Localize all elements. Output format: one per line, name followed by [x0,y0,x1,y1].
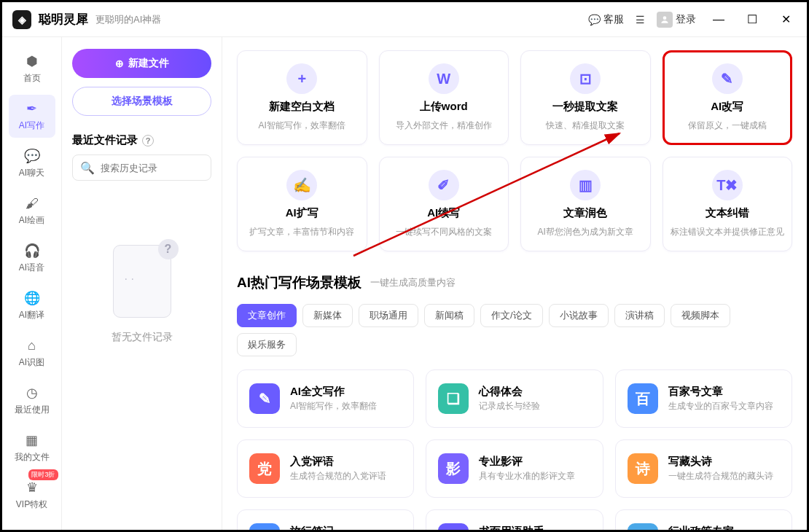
minimize-button[interactable]: — [708,9,730,31]
template-icon: ✈ [249,523,280,530]
feature-title: 新建空白文档 [269,100,335,114]
template-tab-6[interactable]: 演讲稿 [614,304,665,327]
menu-button[interactable]: ☰ [636,14,645,26]
feature-icon: ▥ [570,170,601,200]
feature-title: 文本纠错 [706,206,749,220]
templates-section-title: AI热门写作场景模板 一键生成高质量内容 [237,273,792,292]
clock-icon: ◷ [24,385,40,401]
template-tab-7[interactable]: 视频脚本 [671,304,730,327]
template-icon: ☑ [628,523,658,530]
template-item-5[interactable]: 诗写藏头诗一键生成符合规范的藏头诗 [615,439,792,498]
feature-icon: ✐ [429,170,459,200]
sidebar-item-6[interactable]: ⌂AI识图 [9,332,55,375]
svg-point-0 [663,16,667,20]
feature-card-0[interactable]: +新建空白文档AI智能写作，效率翻倍 [237,50,367,145]
feature-card-3[interactable]: ✎AI改写保留原义，一键成稿 [663,50,793,145]
template-tab-4[interactable]: 作文/论文 [480,304,543,327]
sidebar-item-label: 最近使用 [15,404,50,416]
template-title: 心得体会 [479,385,540,399]
sidebar-item-2[interactable]: 💬AI聊天 [9,142,55,185]
sidebar-item-3[interactable]: 🖌AI绘画 [9,189,55,232]
template-item-3[interactable]: 党入党评语生成符合规范的入党评语 [237,439,414,498]
feature-sub: 保留原义，一键成稿 [681,120,774,132]
sidebar-item-label: AI语音 [19,262,44,274]
translate-icon: 🌐 [24,290,40,306]
template-icon: 书 [438,523,469,530]
template-item-8[interactable]: ☑行业政策专家根据行业名称提供政策框架 [615,509,792,530]
maximize-button[interactable]: ☐ [741,9,763,31]
vip-badge: 限时3折 [28,469,58,480]
feature-card-5[interactable]: ✐AI续写一键续写不同风格的文案 [379,157,509,251]
feature-grid: +新建空白文档AI智能写作，效率翻倍W上传word导入外部文件，精准创作⊡一秒提… [237,50,792,251]
sidebar-item-label: VIP特权 [16,498,47,511]
template-icon: 诗 [628,453,658,484]
login-button[interactable]: 登录 [657,12,696,28]
template-icon: 影 [438,453,469,484]
template-title: 书面用语助手 [479,525,558,530]
template-item-4[interactable]: 影专业影评具有专业水准的影评文章 [426,439,603,498]
feature-sub: 一键续写不同风格的文案 [388,226,499,238]
feature-card-4[interactable]: ✍AI扩写扩写文章，丰富情节和内容 [237,157,367,251]
template-item-2[interactable]: 百百家号文章生成专业的百家号文章内容 [615,369,792,428]
sidebar-item-label: 首页 [23,72,41,85]
template-sub: 具有专业水准的影评文章 [479,470,575,482]
template-tab-2[interactable]: 职场通用 [359,304,418,327]
sidebar-item-4[interactable]: 🎧AI语音 [9,237,55,280]
titlebar: ◈ 聪明灵犀 更聪明的AI神器 💬 客服 ☰ 登录 — ☐ ✕ [2,2,807,37]
sidebar-item-1[interactable]: ✒AI写作 [9,95,55,138]
close-button[interactable]: ✕ [775,9,797,31]
feature-title: AI续写 [427,206,460,220]
template-sub: 生成专业的百家号文章内容 [668,400,773,412]
template-item-0[interactable]: ✎AI全文写作AI智能写作，效率翻倍 [237,369,414,428]
template-item-7[interactable]: 书书面用语助手高效智能写作好帮手 [426,509,603,530]
template-tab-0[interactable]: 文章创作 [237,304,297,327]
feature-title: 上传word [420,100,468,114]
feature-sub: 导入外部文件，精准创作 [388,120,499,132]
template-tab-3[interactable]: 新闻稿 [424,304,474,327]
plus-circle-icon: ⊕ [115,58,124,69]
feature-sub: 快速、精准提取文案 [539,120,632,132]
template-tab-8[interactable]: 娱乐服务 [237,333,297,356]
new-file-button[interactable]: ⊕ 新建文件 [72,49,211,78]
app-tagline: 更聪明的AI神器 [95,13,161,26]
brush-icon: 🖌 [24,195,40,211]
feature-card-7[interactable]: T✖文本纠错标注错误文本并提供修正意见 [663,157,793,251]
template-title: 写藏头诗 [668,455,773,469]
avatar-icon [657,12,673,28]
help-icon[interactable]: ? [142,135,154,146]
sidebar-item-9[interactable]: ♛VIP特权限时3折 [9,474,55,517]
sidebar: ⬢首页✒AI写作💬AI聊天🖌AI绘画🎧AI语音🌐AI翻译⌂AI识图◷最近使用▦我… [2,37,62,530]
sidebar-item-5[interactable]: 🌐AI翻译 [9,284,55,327]
template-sub: 一键生成符合规范的藏头诗 [668,470,773,482]
sidebar-item-label: AI写作 [19,120,44,132]
template-tab-5[interactable]: 小说故事 [549,304,609,327]
feature-sub: AI智能写作，效率翻倍 [251,120,353,132]
recent-files-header: 最近文件记录 ? [72,133,211,147]
sidebar-item-0[interactable]: ⬢首页 [9,47,55,90]
sidebar-item-label: AI识图 [19,356,44,369]
home-icon: ⬢ [24,53,40,69]
template-tab-1[interactable]: 新媒体 [302,304,353,327]
feature-card-1[interactable]: W上传word导入外部文件，精准创作 [379,50,509,145]
search-input[interactable] [101,163,203,173]
template-title: 百家号文章 [668,385,773,399]
template-icon: 百 [628,383,658,414]
sidebar-item-label: AI翻译 [19,309,44,321]
feature-title: AI改写 [711,100,743,114]
feature-title: 文章润色 [563,206,607,220]
template-grid: ✎AI全文写作AI智能写作，效率翻倍❏心得体会记录成长与经验百百家号文章生成专业… [237,369,792,530]
template-item-1[interactable]: ❏心得体会记录成长与经验 [426,369,603,428]
search-box[interactable]: 🔍 [72,154,211,181]
empty-state-text: 暂无文件记录 [112,331,173,344]
search-icon: 🔍 [80,161,95,175]
sidebar-item-7[interactable]: ◷最近使用 [9,379,55,422]
crown-icon: ♛ [24,480,40,496]
feature-title: 一秒提取文案 [552,100,618,114]
sidebar-item-8[interactable]: ▦我的文件 [9,426,55,469]
feature-card-6[interactable]: ▥文章润色AI帮您润色为成为新文章 [520,157,651,251]
choose-template-button[interactable]: 选择场景模板 [72,87,211,116]
customer-service-button[interactable]: 💬 客服 [588,13,624,26]
template-item-6[interactable]: ✈旅行笔记高效记录旅行中的点滴 [237,509,414,530]
feature-card-2[interactable]: ⊡一秒提取文案快速、精准提取文案 [520,50,651,145]
sidebar-item-label: AI聊天 [19,167,44,179]
